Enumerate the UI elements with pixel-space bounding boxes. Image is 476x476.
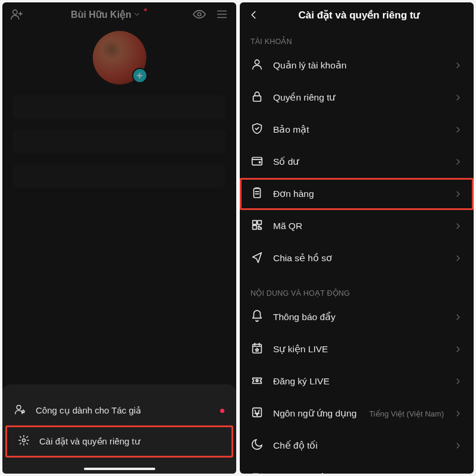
menu-item-label: Bảo mật	[273, 124, 444, 135]
chevron-right-icon	[453, 189, 463, 199]
menu-item-content-preferences[interactable]: Tùy chọn nội dung	[240, 462, 474, 474]
sheet-item-settings-privacy[interactable]: Cài đặt và quyền riêng tư	[6, 426, 233, 457]
add-user-icon[interactable]	[10, 7, 24, 21]
menu-item-orders[interactable]: Đơn hàng	[240, 178, 474, 210]
menu-item-label: Quản lý tài khoản	[273, 60, 444, 71]
menu-account: Quản lý tài khoản Quyền riêng tư Bảo mật…	[240, 49, 474, 274]
menu-icon[interactable]	[215, 7, 229, 21]
menu-item-qr-code[interactable]: Mã QR	[240, 210, 474, 242]
menu-item-label: Đơn hàng	[273, 189, 444, 199]
svg-rect-5	[253, 96, 261, 101]
menu-item-security[interactable]: Bảo mật	[240, 114, 474, 146]
svg-rect-8	[254, 189, 261, 198]
right-phone-settings: Cài đặt và quyền riêng tư TÀI KHOẢN Quản…	[240, 2, 474, 474]
menu-item-label: Đăng ký LIVE	[273, 376, 444, 387]
profile-header: Bùi Hữu Kiện	[2, 2, 236, 26]
menu-item-label: Mã QR	[273, 221, 444, 231]
svg-point-4	[255, 60, 259, 64]
chevron-right-icon	[453, 345, 463, 354]
page-title: Cài đặt và quyền riêng tư	[252, 9, 466, 21]
menu-item-label: Thông báo đẩy	[273, 312, 444, 322]
bell-icon	[250, 309, 264, 325]
menu-item-label: Tùy chọn nội dung	[273, 472, 444, 474]
menu-item-value: Tiếng Việt (Việt Nam)	[369, 409, 444, 418]
username-label: Bùi Hữu Kiện	[71, 9, 131, 20]
settings-header: Cài đặt và quyền riêng tư	[240, 2, 474, 27]
qr-icon	[250, 218, 264, 234]
menu-item-label: Quyền riêng tư	[273, 92, 444, 103]
share-icon	[250, 250, 264, 266]
left-phone-profile: Bùi Hữu Kiện + Công cụ dành cho	[2, 2, 236, 474]
eye-icon[interactable]	[192, 7, 206, 21]
svg-point-1	[198, 12, 201, 16]
avatar-section: +	[2, 31, 236, 84]
chevron-right-icon	[453, 377, 463, 386]
language-icon	[250, 406, 264, 421]
wallet-icon	[250, 154, 264, 170]
notification-dot-icon	[144, 8, 147, 11]
svg-rect-9	[253, 221, 256, 224]
svg-rect-10	[258, 221, 261, 224]
notification-dot-icon	[220, 409, 224, 413]
person-icon	[250, 58, 264, 73]
profile-body-dimmed	[2, 84, 236, 384]
svg-point-3	[23, 439, 26, 442]
username-dropdown[interactable]: Bùi Hữu Kiện	[24, 9, 192, 20]
menu-item-label: Số dư	[273, 156, 444, 167]
svg-rect-11	[253, 226, 256, 229]
svg-point-7	[259, 162, 260, 163]
menu-item-manage-account[interactable]: Quản lý tài khoản	[240, 49, 474, 82]
clipboard-icon	[250, 186, 264, 202]
section-title-content: NỘI DUNG VÀ HOẠT ĐỘNG	[240, 279, 474, 301]
menu-item-label: Sự kiện LIVE	[273, 344, 444, 355]
svg-rect-6	[252, 158, 262, 165]
moon-icon	[250, 438, 264, 453]
sheet-item-creator-tools[interactable]: Công cụ dành cho Tác giả	[2, 395, 236, 426]
chevron-right-icon	[453, 221, 463, 231]
svg-point-2	[17, 405, 21, 409]
svg-point-0	[13, 10, 17, 14]
chevron-right-icon	[453, 441, 463, 450]
menu-item-live-subscription[interactable]: Đăng ký LIVE	[240, 365, 474, 397]
menu-item-live-events[interactable]: Sự kiện LIVE	[240, 333, 474, 365]
menu-item-push-notifications[interactable]: Thông báo đẩy	[240, 301, 474, 333]
menu-item-share-profile[interactable]: Chia sẻ hồ sơ	[240, 242, 474, 274]
section-title-account: TÀI KHOẢN	[240, 27, 474, 49]
sheet-item-label: Cài đặt và quyền riêng tư	[39, 436, 140, 447]
menu-item-app-language[interactable]: Ngôn ngữ ứng dụng Tiếng Việt (Việt Nam)	[240, 397, 474, 430]
menu-item-label: Chế độ tối	[273, 440, 444, 451]
home-indicator	[84, 468, 155, 470]
lock-icon	[250, 90, 264, 105]
chevron-right-icon	[453, 312, 463, 322]
video-icon	[250, 470, 264, 474]
menu-item-label: Ngôn ngữ ứng dụng	[273, 408, 359, 419]
chevron-right-icon	[453, 157, 463, 167]
bottom-sheet: Công cụ dành cho Tác giả Cài đặt và quyề…	[2, 384, 236, 474]
add-story-icon[interactable]: +	[132, 68, 148, 83]
calendar-star-icon	[250, 342, 264, 357]
chevron-right-icon	[453, 93, 463, 102]
chevron-right-icon	[453, 253, 463, 263]
shield-icon	[250, 122, 264, 137]
menu-item-balance[interactable]: Số dư	[240, 146, 474, 178]
chevron-right-icon	[453, 409, 463, 418]
sheet-item-label: Công cụ dành cho Tác giả	[36, 405, 141, 416]
chevron-right-icon	[453, 61, 463, 70]
gear-icon	[18, 434, 30, 449]
chevron-right-icon	[453, 473, 463, 474]
menu-item-label: Chia sẻ hồ sơ	[273, 253, 444, 264]
creator-tools-icon	[14, 403, 26, 418]
chevron-right-icon	[453, 125, 463, 134]
menu-item-dark-mode[interactable]: Chế độ tối	[240, 430, 474, 462]
menu-item-privacy[interactable]: Quyền riêng tư	[240, 82, 474, 114]
ticket-star-icon	[250, 374, 264, 389]
menu-content: Thông báo đẩy Sự kiện LIVE Đăng ký LIVE …	[240, 301, 474, 474]
